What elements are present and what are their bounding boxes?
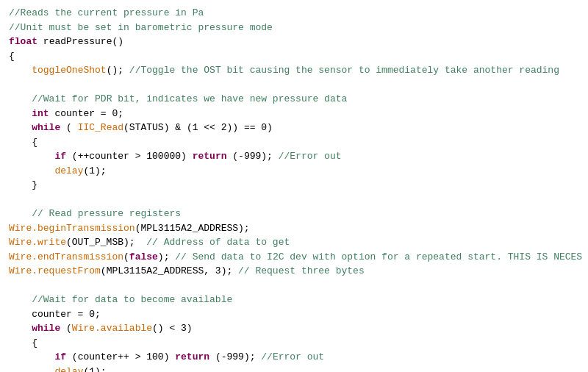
comment-token: // Read pressure registers: [32, 208, 181, 219]
keyword-token: if: [54, 351, 66, 362]
keyword-token: float: [9, 36, 37, 47]
keyword-token: while: [32, 122, 60, 133]
plain-token: () < 3): [152, 323, 193, 334]
code-line: while (Wire.available() < 3): [9, 321, 579, 336]
code-line: // Read pressure registers: [9, 207, 579, 221]
comment-token: //Error out: [261, 351, 324, 362]
code-line: Wire.endTransmission(false); // Send dat…: [9, 250, 579, 265]
function-call-token: delay: [54, 165, 83, 176]
plain-token: (-999);: [226, 151, 278, 162]
code-line: while ( IIC_Read(STATUS) & (1 << 2)) == …: [9, 121, 579, 135]
comment-token: //Reads the current pressure in Pa: [9, 7, 204, 18]
plain-token: [9, 165, 54, 176]
plain-token: (OUT_P_MSB);: [66, 237, 146, 248]
plain-token: (1);: [83, 366, 106, 373]
code-block: //Reads the current pressure in Pa//Unit…: [9, 6, 579, 372]
function-call-token: Wire.write: [9, 237, 66, 248]
plain-token: (1);: [83, 165, 106, 176]
function-call-token: Wire.endTransmission: [9, 251, 123, 262]
code-line: Wire.beginTransmission(MPL3115A2_ADDRESS…: [9, 221, 579, 236]
code-line: Wire.requestFrom(MPL3115A2_ADDRESS, 3); …: [9, 264, 579, 279]
plain-token: [9, 65, 32, 76]
code-line: toggleOneShot(); //Toggle the OST bit ca…: [9, 63, 579, 78]
plain-token: (counter++ > 100): [66, 351, 175, 362]
plain-token: [9, 108, 32, 119]
keyword-token: false: [129, 251, 158, 262]
plain-token: (: [123, 251, 129, 262]
comment-token: //Unit must be set in barometric pressur…: [9, 22, 273, 33]
plain-token: [9, 294, 32, 305]
keyword-token: return: [175, 351, 209, 362]
plain-token: [9, 351, 54, 362]
code-line: if (counter++ > 100) return (-999); //Er…: [9, 350, 579, 365]
comment-token: //Toggle the OST bit causing the sensor …: [129, 65, 559, 76]
code-line: [9, 279, 579, 293]
code-line: //Unit must be set in barometric pressur…: [9, 21, 579, 35]
code-line: Wire.write(OUT_P_MSB); // Address of dat…: [9, 235, 579, 250]
code-line: counter = 0;: [9, 307, 579, 322]
code-line: {: [9, 336, 579, 351]
plain-token: (: [60, 122, 77, 133]
code-line: {: [9, 49, 579, 64]
code-line: //Reads the current pressure in Pa: [9, 6, 579, 21]
comment-token: // Address of data to get: [146, 237, 290, 248]
plain-token: (-999);: [209, 351, 261, 362]
plain-token: [9, 323, 32, 334]
keyword-token: if: [54, 151, 66, 162]
comment-token: //Wait for PDR bit, indicates we have ne…: [32, 93, 347, 104]
code-line: delay(1);: [9, 164, 579, 179]
plain-token: }: [9, 179, 37, 190]
plain-token: ();: [107, 65, 129, 76]
plain-token: {: [9, 337, 37, 348]
plain-token: (STATUS) & (1 << 2)) == 0): [123, 122, 273, 133]
keyword-token: int: [32, 108, 49, 119]
code-line: [9, 193, 579, 207]
keyword-token: return: [193, 151, 227, 162]
code-line: //Wait for data to become available: [9, 293, 579, 307]
code-line: float readPressure(): [9, 35, 579, 49]
plain-token: {: [9, 137, 37, 148]
function-call-token: Wire.available: [72, 323, 152, 334]
plain-token: (: [60, 323, 72, 334]
plain-token: counter = 0;: [9, 309, 101, 320]
comment-token: //Wait for data to become available: [32, 294, 232, 305]
plain-token: {: [9, 51, 15, 62]
plain-token: [9, 366, 54, 373]
comment-token: //Error out: [279, 151, 342, 162]
function-call-token: toggleOneShot: [32, 65, 106, 76]
comment-token: // Request three bytes: [238, 265, 365, 276]
code-line: }: [9, 178, 579, 193]
plain-token: [9, 122, 32, 133]
plain-token: [9, 151, 54, 162]
plain-token: (++counter > 100000): [66, 151, 193, 162]
plain-token: [9, 93, 32, 104]
function-name-token: readPressure: [43, 36, 112, 47]
function-call-token: Wire.requestFrom: [9, 265, 101, 276]
code-view: //Reads the current pressure in Pa//Unit…: [0, 0, 588, 372]
plain-token: );: [158, 251, 175, 262]
comment-token: // Send data to I2C dev with option for …: [175, 251, 582, 262]
function-call-token: IIC_Read: [78, 122, 123, 133]
code-line: if (++counter > 100000) return (-999); /…: [9, 149, 579, 164]
code-line: int counter = 0;: [9, 107, 579, 121]
plain-token: [37, 36, 43, 47]
code-line: {: [9, 135, 579, 150]
code-line: [9, 78, 579, 93]
code-line: //Wait for PDR bit, indicates we have ne…: [9, 92, 579, 107]
plain-token: (MPL3115A2_ADDRESS, 3);: [101, 265, 238, 276]
plain-token: [9, 208, 32, 219]
plain-token: (MPL3115A2_ADDRESS);: [135, 223, 250, 234]
function-call-token: delay: [54, 366, 83, 373]
function-call-token: Wire.beginTransmission: [9, 223, 135, 234]
keyword-token: while: [32, 323, 60, 334]
plain-token: (): [112, 36, 123, 47]
code-line: delay(1);: [9, 365, 579, 373]
plain-token: counter = 0;: [49, 108, 123, 119]
